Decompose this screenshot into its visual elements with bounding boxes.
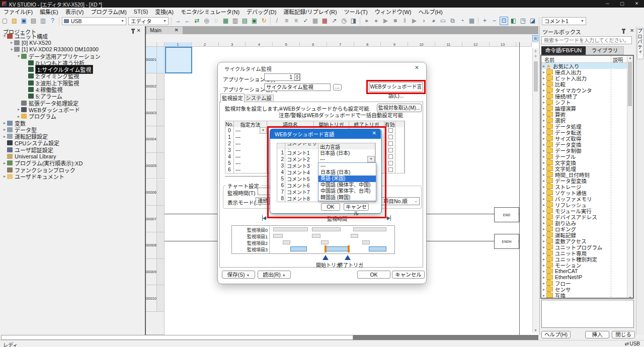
- toolbox-item-14[interactable]: ▸データ制御: [541, 147, 627, 153]
- grid-icon[interactable]: ▦: [311, 17, 319, 25]
- editor-vscrollbar[interactable]: ＋ ＋ ▾: [532, 48, 538, 333]
- replay-icon[interactable]: ◕: [429, 17, 438, 25]
- record-stop-icon[interactable]: ●: [372, 17, 380, 25]
- tree-item-5[interactable]: 1:サイクルタイム監視: [0, 66, 168, 73]
- row-header-00007[interactable]: 00007: [146, 206, 157, 232]
- print-icon[interactable]: ▤: [29, 17, 38, 25]
- monitor-icon[interactable]: ◎: [202, 17, 211, 25]
- mnemonic-list-icon[interactable]: ≡: [292, 17, 300, 25]
- chevron-collapsed-icon[interactable]: ▸: [9, 40, 14, 45]
- menu-item-5[interactable]: 変換(A): [151, 8, 177, 16]
- toolbox-search-input[interactable]: [541, 36, 632, 44]
- chevron-collapsed-icon[interactable]: ▸: [541, 136, 546, 141]
- toolbox-item-10[interactable]: ▸データ処理: [541, 123, 627, 129]
- registration-monitor-icon[interactable]: ▦: [221, 17, 230, 25]
- open-folder-icon[interactable]: ▨: [10, 17, 19, 25]
- pane-bottom-icon[interactable]: ◪: [528, 17, 537, 25]
- operand-edit-bar[interactable]: [1, 335, 353, 340]
- chevron-collapsed-icon[interactable]: ▸: [541, 263, 546, 268]
- toolbox-item-7[interactable]: ▸論理演算: [541, 105, 627, 111]
- toolbox-close-button[interactable]: 閉じる: [612, 331, 635, 338]
- chevron-expanded-icon[interactable]: ▾: [16, 54, 21, 58]
- record-icon[interactable]: ●: [362, 17, 371, 25]
- pause-icon[interactable]: ‖: [400, 17, 409, 25]
- toolbox-item-37[interactable]: ▸センサ: [541, 286, 627, 292]
- pane-grid-icon[interactable]: ◳: [519, 17, 527, 25]
- chevron-collapsed-icon[interactable]: ▸: [16, 107, 21, 112]
- zoom-fit-icon[interactable]: ⊡: [500, 17, 508, 25]
- chevron-collapsed-icon[interactable]: ▸: [541, 160, 546, 165]
- chevron-collapsed-icon[interactable]: ▸: [541, 70, 546, 74]
- tree-item-21[interactable]: ▸ユーザドキュメント: [0, 173, 147, 180]
- chevron-collapsed-icon[interactable]: ▸: [541, 191, 546, 195]
- toolbox-pin-icon[interactable]: [623, 29, 624, 35]
- toolbox-item-34[interactable]: ▸EtherCAT: [541, 268, 627, 274]
- toolbox-item-12[interactable]: ▸サイズ取得: [541, 135, 627, 141]
- menu-item-3[interactable]: プログラム(M): [87, 8, 130, 16]
- chevron-collapsed-icon[interactable]: ▸: [541, 76, 546, 80]
- menu-item-4[interactable]: ST(S): [130, 9, 152, 15]
- tree-item-9[interactable]: 5:アラーム: [0, 93, 168, 100]
- toolbox-item-0[interactable]: ▸★お気に入り: [541, 63, 627, 69]
- scroll-down-icon[interactable]: ▾: [533, 328, 538, 332]
- toolbox-item-33[interactable]: ▸モーション: [541, 262, 627, 268]
- tree-item-7[interactable]: 3:波形上下限監視: [0, 79, 168, 86]
- toolbox-item-9[interactable]: ▸選択: [541, 117, 627, 123]
- chevron-collapsed-icon[interactable]: ▸: [2, 127, 7, 132]
- toolbox-item-19[interactable]: ▸データ型変換: [541, 178, 627, 184]
- row-header-00009[interactable]: 00009: [146, 259, 157, 286]
- batch-monitor-icon[interactable]: ▥: [231, 17, 239, 25]
- toolbox-item-6[interactable]: ▸シフト: [541, 99, 627, 105]
- transfer-from-plc-icon[interactable]: ←: [183, 17, 192, 25]
- toolbox-item-16[interactable]: ▸文字変換: [541, 159, 627, 165]
- chevron-collapsed-icon[interactable]: ▸: [541, 203, 546, 207]
- comment-edit-icon[interactable]: ▩: [320, 17, 329, 25]
- chevron-collapsed-icon[interactable]: ▸: [541, 215, 546, 219]
- chevron-collapsed-icon[interactable]: ▸: [541, 118, 546, 123]
- toolbox-item-11[interactable]: ▸データ転送: [541, 129, 627, 135]
- chevron-collapsed-icon[interactable]: ▸: [541, 154, 546, 159]
- ladder-edit-icon[interactable]: /: [273, 17, 281, 25]
- usb-combo[interactable]: USB▼: [62, 17, 126, 25]
- row-header-00010[interactable]: 00010: [146, 285, 157, 312]
- chevron-collapsed-icon[interactable]: ▸: [541, 106, 546, 111]
- chevron-collapsed-icon[interactable]: ▸: [541, 293, 546, 298]
- chevron-collapsed-icon[interactable]: ▸: [541, 245, 546, 249]
- chevron-collapsed-icon[interactable]: ▸: [541, 239, 546, 243]
- menu-item-10[interactable]: ウィンドウ(W): [371, 8, 415, 16]
- chevron-collapsed-icon[interactable]: ▸: [2, 161, 7, 165]
- editor-hscrollbar[interactable]: [353, 335, 538, 340]
- menu-item-8[interactable]: 運転記録/リプレイ(R): [280, 8, 340, 16]
- endh-instruction-box[interactable]: ENDH: [494, 234, 519, 249]
- toolbox-item-25[interactable]: ▸デバイスアドレス: [541, 214, 627, 220]
- row-header-00004[interactable]: 00004: [146, 126, 157, 153]
- row-header-00008[interactable]: 00008: [146, 232, 157, 259]
- end-instruction-box[interactable]: END: [494, 207, 519, 222]
- scroll-thumb[interactable]: [534, 61, 538, 92]
- chevron-collapsed-icon[interactable]: ▸: [541, 88, 546, 93]
- tree-item-17[interactable]: ユーザ認証設定: [0, 146, 147, 153]
- chevron-collapsed-icon[interactable]: ▸: [541, 269, 546, 274]
- transfer-to-plc-icon[interactable]: →: [174, 17, 182, 25]
- tree-item-0[interactable]: ▾ユニット構成: [0, 33, 147, 39]
- scroll-up2-icon[interactable]: ＋: [533, 53, 538, 58]
- toolbox-scroll-up-icon[interactable]: ▴: [627, 56, 633, 60]
- tab-library[interactable]: ライブラリ: [586, 46, 624, 55]
- tree-item-8[interactable]: 4:稼働監視: [0, 86, 168, 93]
- toolbox-item-35[interactable]: ▸EtherNet/IP: [541, 274, 627, 280]
- selected-cell[interactable]: [165, 47, 192, 73]
- tab-main[interactable]: Main ✕: [146, 27, 183, 34]
- chevron-collapsed-icon[interactable]: ▸: [16, 114, 21, 119]
- toolbox-scroll-down-icon[interactable]: ▾: [627, 296, 633, 299]
- tab-close-icon[interactable]: ✕: [175, 27, 179, 33]
- tab-instruction[interactable]: 命令語/FB/FUN: [541, 46, 586, 55]
- chevron-collapsed-icon[interactable]: ▸: [541, 221, 546, 225]
- chevron-collapsed-icon[interactable]: ▸: [541, 124, 546, 129]
- next-icon[interactable]: ›: [420, 17, 428, 25]
- chevron-collapsed-icon[interactable]: ▸: [541, 100, 546, 105]
- toolbox-item-36[interactable]: ▸フロー: [541, 280, 627, 286]
- toolbox-item-27[interactable]: ▸ロギング: [541, 226, 627, 232]
- chevron-collapsed-icon[interactable]: ▸: [541, 275, 546, 280]
- chevron-collapsed-icon[interactable]: ▸: [541, 179, 546, 183]
- chevron-collapsed-icon[interactable]: ▸: [541, 166, 546, 171]
